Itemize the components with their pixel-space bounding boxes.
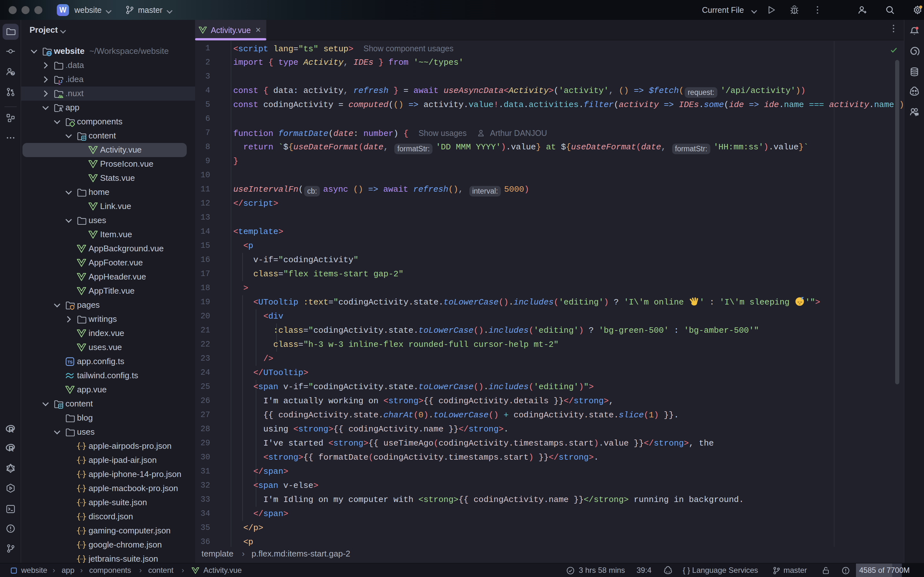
svg-text:R: R — [8, 445, 14, 453]
svg-text:I: I — [58, 79, 60, 84]
svg-text:?: ? — [11, 71, 14, 76]
svg-text:R: R — [8, 426, 14, 434]
svg-text:TS: TS — [67, 360, 73, 364]
svg-text:J: J — [60, 79, 62, 84]
